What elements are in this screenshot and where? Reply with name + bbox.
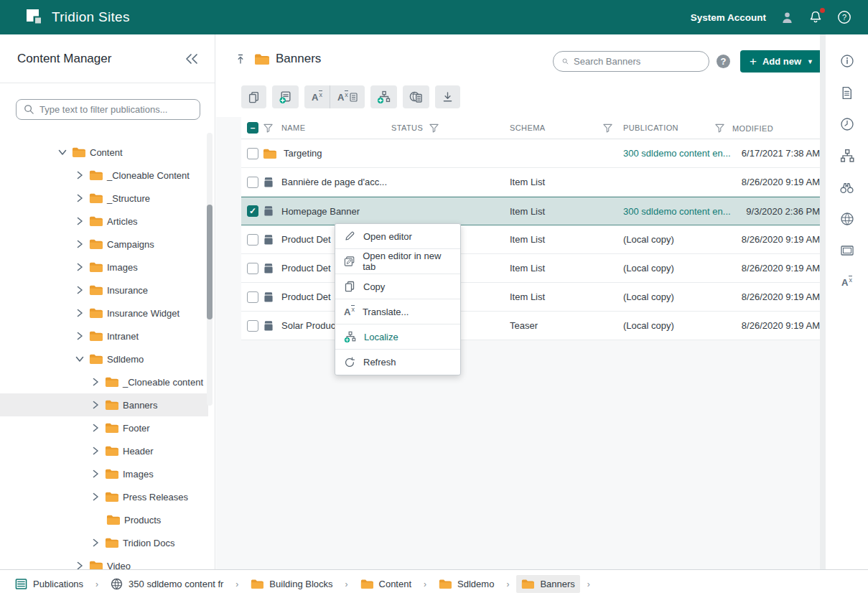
column-publication[interactable]: PUBLICATION — [623, 123, 678, 132]
row-checkbox[interactable] — [247, 148, 258, 159]
go-up-icon[interactable] — [236, 53, 248, 65]
add-new-button[interactable]: + Add new ▼ — [740, 50, 823, 73]
breadcrumb-publications[interactable]: Publications — [10, 574, 88, 594]
tree-item-insurance-widget[interactable]: Insurance Widget — [0, 302, 208, 324]
chevron-right-icon[interactable] — [75, 285, 85, 295]
column-status[interactable]: STATUS — [391, 123, 423, 132]
chevron-right-icon[interactable] — [90, 492, 101, 502]
item-name[interactable]: Homepage Banner — [281, 206, 360, 217]
menu-item-open-editor-new-tab[interactable]: Open editor in new tab — [335, 249, 460, 274]
breadcrumb-content[interactable]: Content — [355, 575, 417, 593]
table-row-banniere[interactable]: Bannière de page d'acc... Item List 8/26… — [241, 168, 820, 197]
menu-item-copy[interactable]: Copy — [335, 274, 460, 299]
chevron-right-icon[interactable] — [90, 446, 101, 456]
column-modified[interactable]: MODIFIED — [732, 124, 773, 133]
world-globe-icon[interactable] — [839, 211, 855, 227]
chevron-right-icon[interactable] — [90, 400, 101, 410]
item-name[interactable]: Product Det — [281, 234, 331, 245]
name-filter-icon[interactable] — [263, 123, 281, 134]
menu-item-refresh[interactable]: Refresh — [335, 350, 460, 375]
chevron-right-icon[interactable] — [90, 538, 101, 548]
chevron-right-icon[interactable] — [75, 561, 85, 569]
chevron-right-icon[interactable] — [75, 193, 85, 203]
item-name[interactable]: Targeting — [284, 148, 322, 159]
preview-frame-icon[interactable] — [839, 243, 855, 258]
schema-filter-icon[interactable] — [602, 123, 613, 134]
chevron-down-icon[interactable] — [75, 354, 85, 364]
tree-item-products[interactable]: Products — [0, 508, 208, 531]
translate-button[interactable]: Ax — [304, 85, 330, 108]
publication-filter-icon[interactable] — [714, 123, 725, 134]
tree-item-header[interactable]: Header — [0, 439, 208, 462]
chevron-right-icon[interactable] — [75, 262, 85, 272]
document-icon[interactable] — [839, 85, 855, 101]
chevron-right-icon[interactable] — [90, 377, 101, 387]
search-banners-box[interactable] — [553, 51, 709, 72]
item-name[interactable]: Bannière de page d'acc... — [281, 177, 387, 187]
tree-scrollbar-thumb[interactable] — [207, 205, 213, 319]
translation-filter-button[interactable]: Ax — [330, 85, 365, 108]
tree-item-intranet[interactable]: Intranet — [0, 324, 208, 347]
row-checkbox[interactable] — [247, 177, 258, 188]
breadcrumb-building-blocks[interactable]: Building Blocks — [246, 575, 337, 593]
translate-icon[interactable]: Ax — [839, 274, 855, 290]
search-help-icon[interactable]: ? — [717, 55, 730, 68]
tree-item-structure[interactable]: _Structure — [0, 187, 208, 210]
item-name[interactable]: Product Det — [281, 263, 331, 274]
tree-item-insurance[interactable]: Insurance — [0, 279, 208, 302]
search-banners-input[interactable] — [574, 56, 700, 67]
info-icon[interactable] — [839, 53, 855, 69]
table-row-product-detail-3[interactable]: Product Det Item List (Local copy) 8/26/… — [241, 283, 820, 312]
chevron-right-icon[interactable] — [90, 469, 101, 479]
tree-item-video[interactable]: Video — [0, 554, 208, 569]
table-row-targeting[interactable]: Targeting 300 sdldemo content en... 6/17… — [241, 139, 820, 168]
status-filter-icon[interactable] — [429, 123, 439, 134]
item-publication-link[interactable]: 300 sdldemo content en... — [623, 206, 732, 217]
tree-item-content[interactable]: Content — [0, 141, 208, 164]
column-name[interactable]: NAME — [281, 123, 305, 132]
item-name[interactable]: Product Det — [281, 291, 331, 302]
tree-item-banners[interactable]: Banners — [0, 393, 208, 416]
help-icon[interactable] — [836, 9, 852, 25]
tree-item-images-sdldemo[interactable]: Images — [0, 462, 208, 485]
row-checkbox[interactable] — [247, 291, 258, 303]
create-translation-job-button[interactable] — [272, 85, 299, 108]
tree-item-partial[interactable] — [0, 135, 208, 141]
structure-sitemap-icon[interactable] — [839, 148, 855, 164]
row-checkbox[interactable] — [247, 263, 258, 274]
download-button[interactable] — [435, 85, 460, 108]
chevron-right-icon[interactable] — [90, 423, 101, 433]
chevron-right-icon[interactable] — [75, 170, 85, 180]
menu-item-localize[interactable]: Localize — [335, 324, 460, 350]
table-row-product-detail-1[interactable]: Product Det Item List (Local copy) 8/26/… — [241, 225, 820, 254]
tree-item-campaigns[interactable]: Campaigns — [0, 233, 208, 256]
breadcrumb-banners[interactable]: Banners — [516, 575, 579, 593]
item-publication-link[interactable]: 300 sdldemo content en... — [623, 148, 732, 159]
breadcrumb-publication[interactable]: 350 sdldemo content fr — [106, 574, 228, 594]
web-translation-button[interactable] — [403, 85, 429, 108]
menu-item-translate[interactable]: Ax Translate... — [335, 299, 460, 324]
table-row-solar-product[interactable]: Solar Produc Teaser (Local copy) 8/26/20… — [241, 312, 820, 340]
user-name[interactable]: System Account — [691, 12, 766, 23]
tree-item-articles[interactable]: Articles — [0, 210, 208, 233]
menu-item-open-editor[interactable]: Open editor — [335, 224, 460, 249]
chevron-right-icon[interactable] — [75, 331, 85, 341]
chevron-down-icon[interactable] — [57, 147, 67, 157]
tree-item-tridion-docs[interactable]: Tridion Docs — [0, 531, 208, 554]
where-used-binoculars-icon[interactable] — [839, 179, 855, 195]
chevron-right-icon[interactable] — [75, 308, 85, 318]
tree-item-sdldemo[interactable]: Sdldemo — [0, 347, 208, 370]
publication-filter[interactable] — [16, 99, 200, 120]
row-checkbox-checked[interactable]: ✓ — [247, 205, 258, 217]
column-schema[interactable]: SCHEMA — [510, 123, 545, 132]
breadcrumb-sdldemo[interactable]: Sdldemo — [434, 575, 499, 593]
row-checkbox[interactable] — [247, 234, 258, 246]
copy-button[interactable] — [241, 85, 266, 108]
table-row-product-detail-2[interactable]: Product Det Item List (Local copy) 8/26/… — [241, 254, 820, 283]
tree-item-images[interactable]: Images — [0, 256, 208, 279]
chevron-right-icon[interactable] — [75, 239, 85, 249]
publication-filter-input[interactable] — [39, 104, 192, 115]
tree-item-footer[interactable]: Footer — [0, 416, 208, 439]
chevron-right-icon[interactable] — [75, 216, 85, 226]
history-clock-icon[interactable] — [839, 116, 855, 132]
